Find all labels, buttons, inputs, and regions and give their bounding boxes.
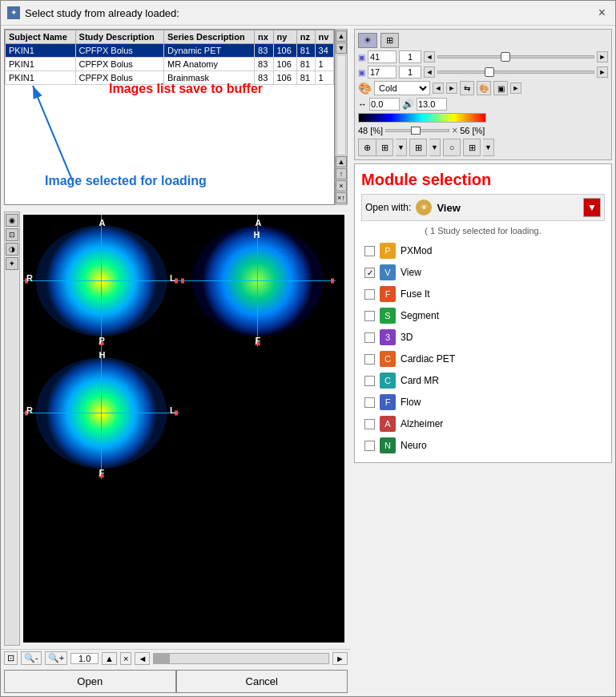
tool-measure[interactable]: ⊞ xyxy=(409,139,427,156)
module-checkbox[interactable] xyxy=(364,311,375,321)
module-checkbox[interactable]: ✓ xyxy=(364,268,375,278)
zoom-up-btn[interactable]: ▲ xyxy=(102,652,117,665)
min-val-input[interactable]: 0.0 xyxy=(369,98,400,111)
scroll-end-btn[interactable]: × xyxy=(336,180,347,191)
image-selected-annotation: Image selected for loading xyxy=(45,174,207,188)
cell-subject: PKIN1 xyxy=(6,58,76,71)
ctrl-val3[interactable]: 17 xyxy=(368,66,397,79)
module-item[interactable]: PPXMod xyxy=(361,240,605,261)
contrast-toggle[interactable]: ☀ xyxy=(358,33,377,48)
ctrl-val4[interactable]: 1 xyxy=(399,66,421,79)
invert-btn[interactable]: ⇆ xyxy=(460,81,474,95)
cell-study: CPFPX Bolus xyxy=(75,44,163,58)
col-header-subject: Subject Name xyxy=(6,30,76,44)
zoom-out-btn[interactable]: 🔍- xyxy=(21,651,42,665)
image-viewer[interactable] xyxy=(23,215,344,643)
tool-crosshair[interactable]: ⊕ xyxy=(358,139,376,156)
arr-right-color[interactable]: ► xyxy=(446,83,457,94)
arr-right-color2[interactable]: ► xyxy=(510,83,521,94)
table-row[interactable]: PKIN1CPFPX BolusBrainmask83106811 xyxy=(6,71,334,85)
arr-right-1[interactable]: ► xyxy=(597,51,608,62)
tool-dropdown-2[interactable]: ▼ xyxy=(429,139,441,156)
module-checkbox[interactable] xyxy=(364,332,375,343)
side-btn-2[interactable]: ⊡ xyxy=(6,228,18,241)
module-checkbox[interactable] xyxy=(364,354,375,365)
module-item[interactable]: ✓VView xyxy=(361,262,605,283)
scroll-down-btn[interactable]: ▼ xyxy=(336,42,347,54)
scroll-top-btn[interactable]: ▲ xyxy=(336,156,347,167)
home-btn[interactable]: ⊡ xyxy=(4,651,18,665)
open-button[interactable]: Open xyxy=(4,670,176,693)
table-row[interactable]: PKIN1CPFPX BolusDynamic PET831068134 xyxy=(6,44,334,58)
tool-dropdown-1[interactable]: ▼ xyxy=(396,139,407,156)
module-name: Neuro xyxy=(401,440,427,451)
module-checkbox[interactable] xyxy=(364,246,375,256)
pct-slider[interactable] xyxy=(385,129,449,132)
cancel-button[interactable]: Cancel xyxy=(176,670,348,693)
slider-1[interactable] xyxy=(437,55,594,58)
ctrl-val1[interactable]: 41 xyxy=(368,50,397,63)
pct-right: 56 xyxy=(460,126,469,135)
module-item[interactable]: FFlow xyxy=(361,392,605,413)
side-btn-4[interactable]: ✦ xyxy=(6,257,18,270)
max-val-input[interactable]: 13.0 xyxy=(417,98,447,111)
arr-left-2[interactable]: ◄ xyxy=(424,66,435,78)
brain-canvas[interactable] xyxy=(23,215,336,479)
table-row[interactable]: PKIN1CPFPX BolusMR Anatomy83106811 xyxy=(6,58,334,71)
ctrl-icon-2: ▣ xyxy=(358,68,365,77)
side-btn-3[interactable]: ◑ xyxy=(6,243,18,256)
module-checkbox[interactable] xyxy=(364,441,375,451)
arr-left-color[interactable]: ◄ xyxy=(433,83,444,94)
module-name: Segment xyxy=(401,310,439,321)
module-item[interactable]: CCardiac PET xyxy=(361,348,605,369)
arr-left-1[interactable]: ◄ xyxy=(424,51,435,62)
module-checkbox[interactable] xyxy=(364,376,375,386)
color-btn-2[interactable]: 🎨 xyxy=(477,81,491,95)
close-button[interactable]: × xyxy=(595,6,609,20)
module-checkbox[interactable] xyxy=(364,419,375,429)
module-dropdown-btn[interactable]: ▼ xyxy=(583,198,601,217)
arr-right-2[interactable]: ► xyxy=(597,66,608,78)
pct-label-left: [%] xyxy=(370,126,383,135)
module-item[interactable]: NNeuro xyxy=(361,435,605,456)
zoom-input[interactable]: 1.0 xyxy=(70,653,99,664)
tool-dropdown-3[interactable]: ▼ xyxy=(483,139,494,156)
module-name: Cardiac PET xyxy=(401,353,455,365)
tool-group-4: ⊞ xyxy=(463,139,481,156)
module-item[interactable]: 33D xyxy=(361,327,605,348)
module-item[interactable]: CCard MR xyxy=(361,370,605,391)
side-btn-1[interactable]: ◉ xyxy=(6,214,18,227)
table-scrollbar: ▲ ▼ ▲ ↑ × ×↑ xyxy=(335,29,348,205)
horizontal-scrollbar[interactable] xyxy=(153,653,329,664)
cell-nv: 1 xyxy=(315,71,333,85)
next-frame-btn[interactable]: ► xyxy=(332,652,348,665)
ctrl-val2[interactable]: 1 xyxy=(399,50,421,63)
zoom-in-btn[interactable]: 🔍+ xyxy=(45,651,67,665)
module-item[interactable]: SSegment xyxy=(361,305,605,326)
tool-grid[interactable]: ⊞ xyxy=(376,139,393,156)
module-icon: S xyxy=(380,308,396,324)
grid-toggle[interactable]: ⊞ xyxy=(380,33,399,48)
module-checkbox[interactable] xyxy=(364,289,375,300)
title-bar-left: ✦ Select study from already loaded: xyxy=(7,6,179,19)
module-item[interactable]: AAlzheimer xyxy=(361,413,605,434)
color-btn-3[interactable]: ▣ xyxy=(493,81,508,95)
scroll-home-btn[interactable]: ↑ xyxy=(336,168,347,179)
controls-top: ☀ ⊞ xyxy=(358,33,608,48)
close-viewer-btn[interactable]: × xyxy=(120,652,131,665)
pct-reset-btn[interactable]: × xyxy=(452,125,457,136)
colormap-select[interactable]: Cold Hot Gray Spectrum xyxy=(374,81,430,95)
slider-2[interactable] xyxy=(437,71,594,74)
module-checkbox[interactable] xyxy=(364,397,375,408)
table-scroll-area: Subject Name Study Description Series De… xyxy=(4,29,335,205)
open-with-row: Open with: 👁 View ▼ xyxy=(361,194,605,221)
module-item[interactable]: FFuse It xyxy=(361,284,605,304)
prev-frame-btn[interactable]: ◄ xyxy=(135,652,150,665)
tool-special[interactable]: ⊞ xyxy=(463,139,481,156)
ctrl-row-2: ▣ 17 1 ◄ ► xyxy=(358,66,608,79)
tool-circle[interactable]: ○ xyxy=(443,139,461,156)
controls-panel: ☀ ⊞ ▣ 41 1 ◄ ► ▣ 17 1 xyxy=(354,29,612,160)
scroll-up-btn[interactable]: ▲ xyxy=(336,30,347,42)
scroll-bottom-btn[interactable]: ×↑ xyxy=(336,192,347,203)
module-icon: A xyxy=(380,416,396,432)
